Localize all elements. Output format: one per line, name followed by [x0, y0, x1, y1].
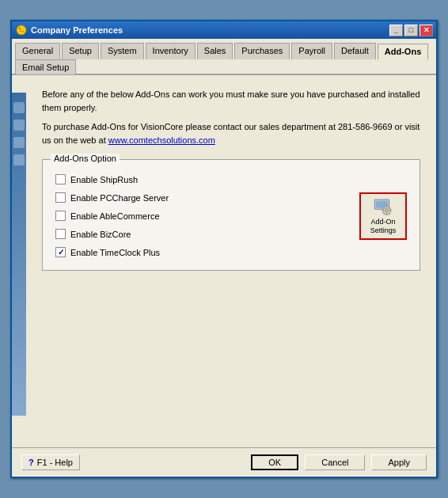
checkbox-row-pccharge: Enable PCCharge Server	[55, 192, 336, 203]
label-timeclock: Enable TimeClock Plus	[70, 248, 160, 257]
checkbox-bizcore[interactable]	[55, 229, 66, 239]
addon-settings-icon	[370, 197, 396, 216]
tab-purchases[interactable]: Purchases	[234, 43, 290, 59]
checkbox-row-timeclock: Enable TimeClock Plus	[55, 247, 336, 257]
label-pccharge: Enable PCCharge Server	[70, 193, 169, 203]
help-icon: ?	[28, 458, 34, 467]
checkbox-pccharge[interactable]	[55, 192, 66, 203]
tab-emailsetup[interactable]: Email Setup	[15, 59, 76, 74]
maximize-button[interactable]: □	[404, 25, 418, 36]
website-link[interactable]: www.comtechsolutions.com	[108, 135, 215, 145]
label-ablecommerce: Enable AbleCommerce	[70, 211, 160, 221]
checkbox-list: Enable ShipRush Enable PCCharge Server E…	[55, 174, 336, 257]
addon-content: Enable ShipRush Enable PCCharge Server E…	[55, 174, 407, 257]
sidebar-icon-2	[13, 120, 25, 131]
checkbox-timeclock[interactable]	[55, 247, 66, 257]
info-paragraph-1: Before any of the below Add-Ons can work…	[42, 88, 420, 114]
sidebar-icon-4	[13, 154, 25, 165]
tab-inventory[interactable]: Inventory	[146, 43, 196, 59]
tab-system[interactable]: System	[101, 43, 144, 59]
checkbox-row-bizcore: Enable BizCore	[55, 229, 336, 239]
addon-settings-button[interactable]: Add-On Settings	[359, 192, 407, 240]
label-shiprush: Enable ShipRush	[70, 175, 138, 184]
svg-rect-9	[389, 210, 391, 211]
title-bar: Company Preferences _ □ ✕	[12, 21, 436, 39]
svg-point-0	[17, 25, 26, 35]
close-button[interactable]: ✕	[420, 25, 433, 36]
window-icon	[15, 24, 28, 36]
svg-point-1	[19, 28, 21, 30]
ok-button[interactable]: OK	[251, 454, 298, 470]
checkbox-shiprush[interactable]	[55, 174, 66, 184]
sidebar-icon-3	[13, 137, 25, 148]
tab-sales[interactable]: Sales	[197, 43, 233, 59]
main-window: Company Preferences _ □ ✕ General Setup …	[10, 20, 438, 478]
help-button[interactable]: ? F1 - Help	[21, 454, 80, 470]
tab-addons[interactable]: Add-Ons	[378, 44, 428, 60]
svg-rect-7	[386, 213, 388, 215]
label-bizcore: Enable BizCore	[70, 230, 131, 239]
apply-button[interactable]: Apply	[371, 454, 427, 470]
svg-rect-8	[382, 210, 384, 211]
footer-right: OK Cancel Apply	[251, 454, 427, 470]
group-box-label: Add-Ons Option	[51, 154, 120, 163]
checkbox-ablecommerce[interactable]	[55, 211, 66, 221]
addons-group-box: Add-Ons Option Enable ShipRush Enable PC…	[42, 159, 420, 271]
cancel-button[interactable]: Cancel	[305, 454, 365, 470]
tab-setup[interactable]: Setup	[62, 43, 99, 59]
footer: ? F1 - Help OK Cancel Apply	[12, 447, 436, 477]
checkbox-row-shiprush: Enable ShipRush	[55, 174, 336, 184]
tab-general[interactable]: General	[15, 43, 60, 59]
help-label: F1 - Help	[37, 458, 73, 467]
sidebar-icon-1	[13, 102, 25, 113]
tab-default[interactable]: Default	[334, 43, 376, 59]
tab-payroll[interactable]: Payroll	[291, 43, 332, 59]
svg-point-5	[385, 208, 389, 212]
window-title: Company Preferences	[31, 25, 389, 35]
title-buttons: _ □ ✕	[389, 25, 433, 36]
checkbox-row-ablecommerce: Enable AbleCommerce	[55, 211, 336, 221]
info-paragraph-2: To purchase Add-Ons for VisionCore pleas…	[42, 120, 420, 146]
addon-button-area: Add-On Settings	[359, 174, 407, 257]
svg-rect-6	[386, 206, 388, 207]
minimize-button[interactable]: _	[389, 25, 403, 36]
addon-button-label: Add-On Settings	[370, 218, 397, 235]
sidebar-strip	[12, 93, 26, 416]
tab-bar: General Setup System Inventory Sales Pur…	[12, 39, 436, 75]
